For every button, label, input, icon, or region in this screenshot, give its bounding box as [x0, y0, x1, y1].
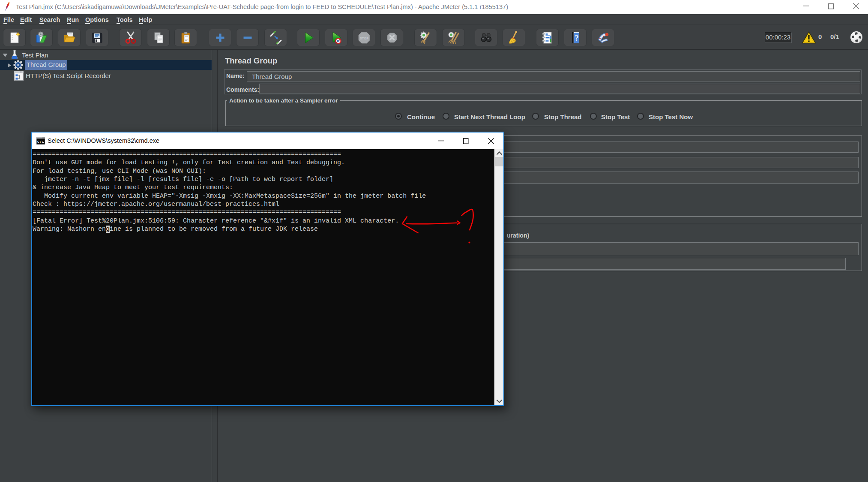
svg-text:STOP: STOP [359, 36, 368, 40]
svg-text:C:\: C:\ [37, 140, 44, 144]
svg-text:?: ? [575, 33, 579, 42]
